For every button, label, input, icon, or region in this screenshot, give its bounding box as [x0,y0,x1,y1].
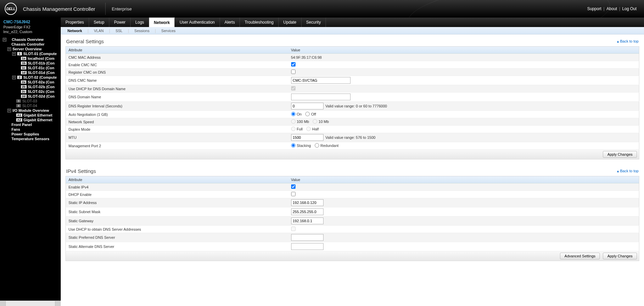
ipv4-enable-label: Enable IPv4 [66,183,288,191]
sidebar: CMC-7S6J942 PowerEdge FX2 lmc_e22, Custo… [0,18,61,301]
general-settings-title: General Settings [66,39,104,44]
general-apply-button[interactable]: Apply Changes [603,151,637,158]
tab-power[interactable]: Power [109,18,131,27]
ipv4-mask-label: Static Subnet Mask [66,207,288,216]
back-to-top-link[interactable]: Back to top [617,39,639,44]
subtab-network[interactable]: Network [64,29,85,33]
tree-slot-01a[interactable]: 1alocalhost (Com [2,56,61,61]
tab-update[interactable]: Update [279,18,302,27]
tree-slot-01b[interactable]: 1bSLOT-01b (Con [2,61,61,66]
banner-divider [105,3,106,15]
register-dns-checkbox[interactable] [291,70,296,74]
dns-domain-label: DNS Domain Name [66,93,288,102]
col-attribute: Attribute [66,176,288,183]
banner-links: Support| About| Log Out [587,6,637,11]
ipv4-ip-input[interactable] [291,199,324,206]
service-tag: CMC-7S6J942 [3,20,57,24]
mgmt2-label: Management Port 2 [66,142,288,150]
ipv4-dhcp-label: DHCP Enable [66,191,288,198]
ipv4-gw-input[interactable] [291,218,324,224]
tree-slot-02b[interactable]: 2bSLOT-02b (Con [2,84,61,89]
tab-setup[interactable]: Setup [89,18,109,27]
tree-slot-02[interactable]: −2SLOT-02 (Compute [2,75,61,80]
tree-slot-01[interactable]: −1SLOT-01 (Compute [2,51,61,56]
enable-nic-label: Enable CMC NIC [66,61,288,69]
tree-temp-sensors[interactable]: Temperature Sensors [2,136,61,141]
tree-chassis-overview[interactable]: −Chassis Overview [2,37,61,42]
ipv4-dhcp-dns-label: Use DHCP to obtain DNS Server Addresses [66,226,288,233]
collapse-icon[interactable]: − [7,109,11,112]
nav-tree: −Chassis Overview Chassis Controller −Se… [0,36,61,145]
tree-gige-a2[interactable]: A2Gigabit Ethernet [2,118,61,122]
ipv4-mask-input[interactable] [291,208,324,215]
ipv4-dns2-input[interactable] [291,243,324,250]
tab-user-authentication[interactable]: User Authentication [175,18,220,27]
tree-slot-04[interactable]: 4SLOT-04 [2,103,61,108]
col-value: Value [288,47,639,54]
enable-nic-checkbox[interactable] [291,62,296,67]
mgmt2-redundant-radio[interactable] [315,143,319,148]
collapse-icon[interactable]: − [12,76,16,79]
tree-chassis-controller[interactable]: Chassis Controller [2,42,61,47]
subtab-sessions[interactable]: Sessions [131,29,153,33]
autoneg-on-radio[interactable] [291,112,296,116]
tree-server-overview[interactable]: −Server Overview [2,47,61,51]
ipv4-settings-table: Attribute Value Enable IPv4 DHCP Enable … [65,176,639,251]
tree-slot-02c[interactable]: 2cSLOT-02c (Con [2,89,61,94]
back-to-top-link[interactable]: Back to top [617,169,639,173]
sidebar-h-scrollbar[interactable] [0,301,61,306]
duplex-full-radio [291,127,296,131]
tab-security[interactable]: Security [302,18,326,27]
mtu-input[interactable] [291,134,324,141]
tree-slot-01c[interactable]: 1cSLOT-01c (Con [2,66,61,70]
about-link[interactable]: About [607,6,617,11]
top-banner: DELL Chassis Management Controller Enter… [0,0,644,18]
tree-slot-02a[interactable]: 2aSLOT-02a (Con [2,80,61,84]
collapse-icon[interactable]: − [3,38,6,42]
support-link[interactable]: Support [587,6,601,11]
subtab-ssl[interactable]: SSL [112,29,126,33]
tree-io-overview[interactable]: −I/O Module Overview [2,108,61,113]
mgmt2-stacking-radio[interactable] [291,143,296,148]
dns-interval-hint: Valid value range: 0 or 60 to 7776000 [326,104,387,108]
banner-subtitle: Enterprise [112,6,132,11]
dns-interval-label: DNS Register Interval (Seconds) [66,102,288,111]
tree-power-supplies[interactable]: Power Supplies [2,132,61,136]
duplex-half-radio [306,127,311,131]
logout-link[interactable]: Log Out [622,6,637,11]
tab-alerts[interactable]: Alerts [220,18,240,27]
tree-fans[interactable]: Fans [2,127,61,132]
tree-slot-01d[interactable]: 1dSLOT-01d (Con [2,70,61,75]
tab-network[interactable]: Network [149,18,175,27]
tab-logs[interactable]: Logs [131,18,149,27]
tab-troubleshooting[interactable]: Troubleshooting [240,18,279,27]
dhcp-dns-domain-checkbox [291,86,296,91]
collapse-icon[interactable]: − [12,52,16,56]
subtab-services[interactable]: Services [158,29,179,33]
mtu-hint: Valid value range: 576 to 1500 [326,135,375,139]
tab-properties[interactable]: Properties [61,18,89,27]
ipv4-dns1-label: Static Preferred DNS Server [66,233,288,242]
dell-logo-icon: DELL [5,3,17,15]
ipv4-gw-label: Static Gateway [66,216,288,226]
location: lmc_e22, Custom [3,29,57,36]
dns-interval-input[interactable] [291,103,324,109]
ipv4-advanced-button[interactable]: Advanced Settings [560,253,600,259]
autoneg-label: Auto Negotiation (1 GB) [66,111,288,118]
collapse-icon[interactable]: − [7,47,11,51]
dns-name-input[interactable] [291,77,351,84]
subtab-vlan[interactable]: VLAN [91,29,107,33]
speed-10-radio [313,119,317,124]
tree-slot-03[interactable]: 3SLOT-03 [2,99,61,103]
ipv4-dhcp-checkbox[interactable] [291,192,296,196]
model-name: PowerEdge FX2 [3,24,57,29]
tree-gige-a1[interactable]: A1Gigabit Ethernet [2,113,61,118]
ipv4-apply-button[interactable]: Apply Changes [603,253,637,259]
tree-slot-02d[interactable]: 2dSLOT-02d (Con [2,94,61,99]
ipv4-dns1-input[interactable] [291,234,324,241]
autoneg-off-radio[interactable] [305,112,310,116]
ipv4-enable-checkbox[interactable] [291,184,296,189]
mtu-label: MTU [66,133,288,142]
tree-front-panel[interactable]: Front Panel [2,122,61,127]
dns-domain-input[interactable] [291,94,351,100]
